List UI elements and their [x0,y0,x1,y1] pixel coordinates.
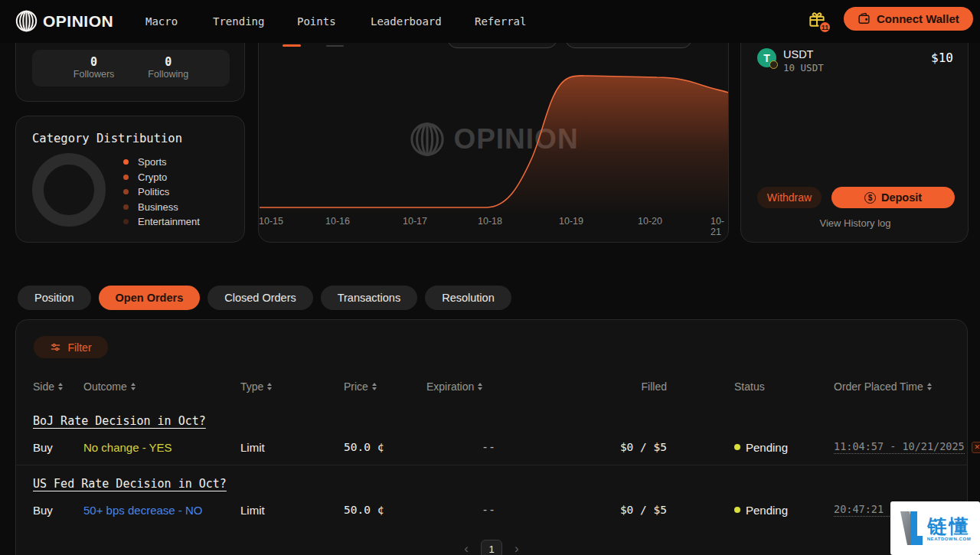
x-tick: 10-20 [638,216,662,227]
market-title-link[interactable]: US Fed Rate Decision in Oct? [33,477,950,492]
col-filled: Filled [580,380,667,393]
order-side: Buy [33,504,83,517]
connect-wallet-button[interactable]: Connect Wallet [844,7,973,31]
pagination: ‹ 1 › [16,540,967,555]
sort-icon [372,383,377,390]
order-time-cell: 11:04:57 - 10/21/2025 ✕ [808,440,980,454]
market-title-link[interactable]: BoJ Rate Decision in Oct? [33,414,950,429]
chart-x-axis: 10-15 10-16 10-17 10-18 10-19 10-20 10-2… [259,216,729,228]
legend-dot-icon [123,219,129,224]
order-expiration: -- [426,440,580,454]
order-type: Limit [240,504,344,517]
followers-count: 0 [74,56,115,69]
order-price: 50.0 ¢ [344,504,426,516]
legend-item-entertainment: Entertainment [123,214,200,230]
order-price: 50.0 ¢ [344,441,426,453]
filter-button[interactable]: Filter [34,336,108,358]
page-number-button[interactable]: 1 [481,540,502,555]
order-outcome: No change - YES [83,441,240,454]
x-tick: 10-18 [478,216,502,227]
tab-position[interactable]: Position [18,286,91,310]
legend-item-politics: Politics [123,184,200,200]
deposit-label: Deposit [881,191,922,204]
legend-item-crypto: Crypto [123,170,200,185]
filter-sliders-icon [50,341,61,353]
opinion-globe-icon [15,10,38,32]
legend-dot-icon [123,159,129,165]
price-line-chart [259,33,729,217]
col-type[interactable]: Type [240,380,344,393]
col-side[interactable]: Side [33,380,83,393]
nav-item-trending[interactable]: Trending [213,0,264,43]
sort-icon [927,383,932,390]
order-outcome: 50+ bps decrease - NO [83,504,240,517]
orders-header-row: Side Outcome Type Price Expiration Fille… [16,379,967,394]
sort-icon [131,383,136,390]
x-tick: 10-17 [403,216,427,227]
cancel-order-button[interactable]: ✕ [972,442,980,453]
order-placed-time: 11:04:57 - 10/21/2025 [834,440,965,454]
legend-dot-icon [123,204,129,210]
order-status: Pending [667,504,808,517]
legend-item-sports: Sports [123,155,200,170]
watermark-cn-text: 链懂 [928,516,971,537]
neatdown-logo-icon [900,510,923,547]
token-amount: 10 USDT [783,62,824,73]
prev-page-chevron-icon[interactable]: ‹ [464,541,469,555]
nav-item-leaderboard[interactable]: Leaderboard [371,0,442,43]
tab-open-orders[interactable]: Open Orders [99,286,201,310]
sort-icon [267,383,272,390]
nav-item-points[interactable]: Points [297,0,336,43]
logo-text: OPINION [43,12,113,31]
withdraw-button[interactable]: Withdraw [757,187,822,208]
chain-badge-icon [769,60,778,69]
tab-resolution[interactable]: Resolution [425,286,511,310]
col-price[interactable]: Price [344,380,426,393]
opinion-logo[interactable]: OPINION [15,10,113,32]
order-filled: $0 / $5 [580,441,667,453]
order-status: Pending [667,441,808,454]
order-row: Buy 50+ bps decrease - NO Limit 50.0 ¢ -… [16,492,967,527]
row-divider [16,465,967,465]
next-page-chevron-icon[interactable]: › [514,541,519,555]
order-row: Buy No change - YES Limit 50.0 ¢ -- $0 /… [16,429,967,465]
order-type: Limit [240,441,344,454]
tab-transactions[interactable]: Transactions [321,286,417,310]
legend-dot-icon [123,175,129,180]
legend-dot-icon [123,189,129,194]
following-count: 0 [148,56,188,69]
view-history-link[interactable]: View History log [741,217,969,229]
x-tick: 10-15 [259,216,283,227]
wallet-icon [858,12,871,25]
order-expiration: -- [426,503,580,517]
pending-dot-icon [734,507,740,513]
followers-label: Followers [74,69,115,80]
col-outcome[interactable]: Outcome [83,380,240,393]
watermark-domain-text: NEATDOWN.COM [927,537,972,541]
category-donut-chart [32,153,106,227]
category-title: Category Distribution [32,132,182,145]
filter-label: Filter [67,341,91,354]
sort-icon [478,383,482,390]
x-tick: 10-21 [710,216,724,237]
connect-wallet-label: Connect Wallet [877,12,959,25]
order-side: Buy [33,441,83,454]
deposit-button[interactable]: $ Deposit [831,187,955,208]
tab-closed-orders[interactable]: Closed Orders [207,286,312,310]
order-filled: $0 / $5 [580,504,667,516]
x-tick: 10-16 [325,216,350,227]
nav-item-macro[interactable]: Macro [145,0,178,43]
x-tick: 10-19 [559,216,583,227]
col-status: Status [667,380,808,393]
open-orders-panel: Filter Side Outcome Type Price Expiratio… [15,319,968,555]
col-expiration[interactable]: Expiration [426,380,580,393]
following-label: Following [148,69,188,80]
nav-item-referral[interactable]: Referral [475,0,526,43]
pending-dot-icon [734,444,740,450]
orders-tab-bar: Position Open Orders Closed Orders Trans… [18,286,511,310]
col-order-placed-time[interactable]: Order Placed Time [808,380,950,393]
legend-item-business: Business [123,200,200,215]
category-legend: Sports Crypto Politics Business Entertai… [123,155,200,230]
rewards-gift-button[interactable]: 11 [807,9,833,35]
sort-icon [58,383,63,390]
